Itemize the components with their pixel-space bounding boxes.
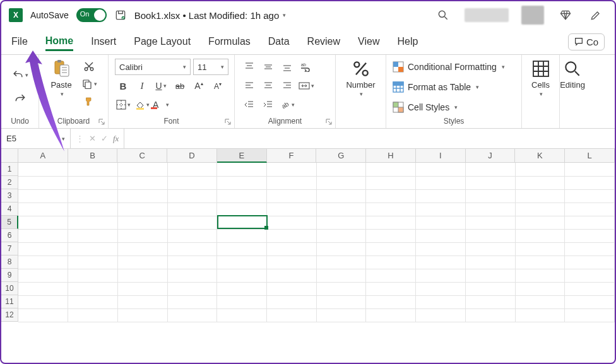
copy-button[interactable]: ▾ (81, 76, 97, 91)
cell[interactable] (366, 242, 416, 255)
cell[interactable] (565, 295, 615, 308)
cell[interactable] (68, 189, 118, 203)
cell[interactable] (217, 203, 267, 216)
align-top-button[interactable] (241, 59, 258, 74)
cell[interactable] (117, 203, 167, 216)
cell[interactable] (515, 269, 565, 282)
name-box[interactable]: E5 ▾ (1, 129, 71, 148)
increase-indent-button[interactable] (260, 97, 276, 112)
cell[interactable] (366, 176, 416, 189)
bold-button[interactable]: B (115, 78, 131, 93)
cell[interactable] (515, 216, 565, 229)
cell[interactable] (316, 176, 366, 189)
cell[interactable] (167, 176, 217, 189)
cell[interactable] (68, 176, 118, 189)
cell[interactable] (465, 282, 515, 295)
cell[interactable] (117, 295, 167, 308)
row-header[interactable]: 5 (1, 216, 18, 229)
column-header[interactable]: D (167, 149, 217, 163)
tab-home[interactable]: Home (45, 33, 73, 51)
cell[interactable] (565, 203, 615, 216)
cells-button[interactable]: Cells ▾ (528, 59, 553, 97)
cell[interactable] (267, 203, 317, 216)
cell[interactable] (416, 189, 466, 203)
cell[interactable] (217, 176, 267, 189)
column-header[interactable]: G (316, 149, 366, 163)
cell[interactable] (565, 189, 615, 203)
editing-button[interactable]: Editing (560, 59, 585, 90)
cell[interactable] (68, 163, 118, 176)
paste-button[interactable]: Paste ▾ (45, 59, 77, 97)
cell[interactable] (565, 216, 615, 229)
italic-button[interactable]: I (134, 78, 150, 93)
cell[interactable] (117, 176, 167, 189)
cell[interactable] (515, 242, 565, 255)
cell[interactable] (167, 295, 217, 308)
cell[interactable] (366, 255, 416, 269)
tab-view[interactable]: View (358, 33, 379, 50)
cell[interactable] (167, 269, 217, 282)
cell[interactable] (117, 242, 167, 255)
cell[interactable] (217, 163, 267, 176)
tab-page-layout[interactable]: Page Layout (134, 33, 191, 50)
cell[interactable] (68, 216, 118, 229)
cell[interactable] (217, 269, 267, 282)
cell[interactable] (18, 269, 68, 282)
cell[interactable] (267, 295, 317, 308)
cell[interactable] (565, 229, 615, 242)
cell[interactable] (465, 308, 515, 322)
cell[interactable] (416, 176, 466, 189)
cell[interactable] (167, 229, 217, 242)
cell[interactable] (68, 269, 118, 282)
autosave-toggle[interactable]: On (76, 8, 107, 22)
font-color-button[interactable]: A▾ (153, 97, 169, 112)
column-header[interactable]: C (117, 149, 167, 163)
cell[interactable] (267, 242, 317, 255)
cell[interactable] (366, 189, 416, 203)
cell[interactable] (117, 229, 167, 242)
cell[interactable] (316, 308, 366, 322)
merge-center-button[interactable]: ▾ (298, 78, 314, 93)
cell[interactable] (316, 255, 366, 269)
column-header[interactable]: K (515, 149, 565, 163)
row-header[interactable]: 6 (1, 229, 18, 242)
row-header[interactable]: 8 (1, 255, 18, 269)
cell[interactable] (167, 203, 217, 216)
align-right-button[interactable] (279, 78, 295, 93)
cell[interactable] (68, 255, 118, 269)
cell[interactable] (515, 308, 565, 322)
cell[interactable] (18, 176, 68, 189)
conditional-formatting-button[interactable]: Conditional Formatting▾ (393, 59, 505, 75)
cell[interactable] (18, 242, 68, 255)
cell[interactable] (316, 216, 366, 229)
row-header[interactable]: 4 (1, 203, 18, 216)
cell[interactable] (217, 216, 267, 229)
orientation-button[interactable]: ab▾ (279, 97, 295, 112)
cell[interactable] (565, 255, 615, 269)
fx-label[interactable]: fx (113, 134, 119, 144)
cell[interactable] (515, 229, 565, 242)
format-painter-button[interactable] (81, 94, 97, 109)
tab-data[interactable]: Data (268, 33, 290, 50)
cell[interactable] (117, 255, 167, 269)
cell[interactable] (515, 282, 565, 295)
cell[interactable] (465, 216, 515, 229)
cell[interactable] (167, 255, 217, 269)
cell[interactable] (167, 282, 217, 295)
row-header[interactable]: 9 (1, 269, 18, 282)
cell[interactable] (465, 176, 515, 189)
cell[interactable] (117, 189, 167, 203)
decrease-indent-button[interactable] (241, 97, 258, 112)
cell[interactable] (18, 163, 68, 176)
cell[interactable] (515, 176, 565, 189)
cell[interactable] (117, 163, 167, 176)
cell[interactable] (366, 229, 416, 242)
number-format-button[interactable]: Number ▾ (345, 59, 377, 97)
tab-insert[interactable]: Insert (91, 33, 116, 50)
wrap-text-button[interactable]: ab (298, 59, 314, 74)
confirm-formula-button[interactable]: ✓ (101, 134, 108, 143)
cell[interactable] (18, 229, 68, 242)
cell[interactable] (465, 269, 515, 282)
row-header[interactable]: 11 (1, 295, 18, 308)
cell[interactable] (416, 203, 466, 216)
